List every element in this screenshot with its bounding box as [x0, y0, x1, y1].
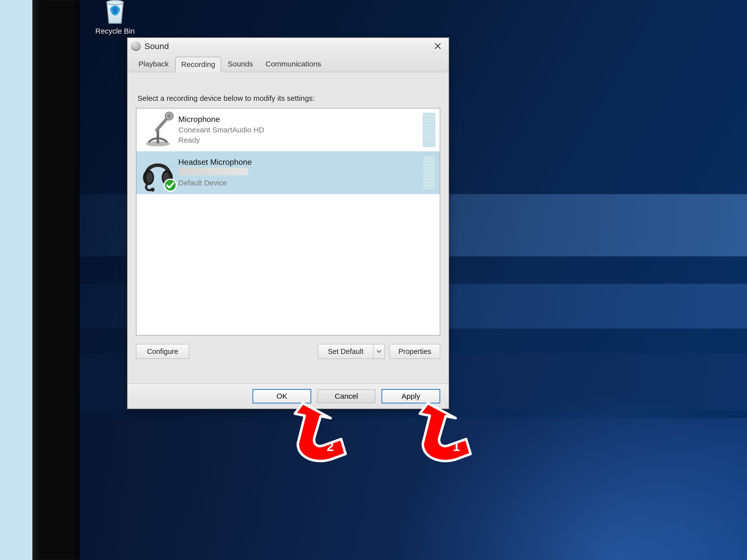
tab-communications[interactable]: Communications — [259, 56, 327, 72]
dialog-title: Sound — [145, 41, 169, 51]
microphone-icon — [139, 111, 177, 149]
ok-button[interactable]: OK — [253, 389, 311, 403]
close-button[interactable] — [430, 40, 445, 52]
default-check-badge-icon — [163, 178, 177, 192]
device-row-microphone[interactable]: Microphone Conexant SmartAudio HD Ready — [136, 108, 440, 151]
cancel-button[interactable]: Cancel — [317, 389, 376, 403]
tab-panel-recording: Select a recording device below to modif… — [136, 92, 440, 364]
device-row-headset-microphone[interactable]: Headset Microphone Default Device — [136, 151, 440, 194]
recycle-bin-icon — [101, 0, 129, 25]
close-icon — [434, 43, 441, 50]
device-status: Ready — [178, 135, 423, 145]
svg-point-9 — [147, 172, 152, 183]
desktop-icon-label: Recycle Bin — [93, 27, 137, 35]
properties-button[interactable]: Properties — [389, 344, 440, 359]
headset-icon — [139, 154, 177, 192]
configure-button[interactable]: Configure — [136, 344, 189, 359]
device-driver-obscured — [178, 168, 248, 175]
titlebar[interactable]: Sound — [128, 38, 449, 54]
device-name: Microphone — [178, 115, 423, 124]
tab-strip: Playback Recording Sounds Communications — [128, 54, 449, 72]
monitor-bezel — [32, 0, 80, 560]
tab-playback[interactable]: Playback — [132, 56, 175, 72]
windows-desktop: Recycle Bin Sound Playback Recording Sou… — [80, 0, 747, 560]
photo-background-left — [0, 0, 32, 560]
dialog-footer: OK Cancel Apply — [128, 383, 449, 409]
tab-recording[interactable]: Recording — [175, 57, 221, 72]
tab-sounds[interactable]: Sounds — [222, 56, 259, 72]
level-meter — [423, 113, 435, 147]
desktop-icon-recycle-bin[interactable]: Recycle Bin — [93, 0, 137, 35]
level-meter — [423, 156, 435, 190]
svg-point-11 — [151, 188, 155, 192]
svg-point-12 — [164, 179, 176, 191]
set-default-button[interactable]: Set Default — [318, 344, 373, 359]
set-default-split-button[interactable]: Set Default — [318, 344, 385, 359]
set-default-dropdown[interactable] — [373, 344, 385, 359]
svg-point-0 — [107, 0, 124, 5]
svg-point-6 — [167, 114, 171, 118]
sound-dialog: Sound Playback Recording Sounds Communic… — [127, 37, 449, 409]
device-name: Headset Microphone — [178, 158, 423, 167]
apply-button[interactable]: Apply — [382, 389, 440, 403]
device-driver: Conexant SmartAudio HD — [178, 125, 423, 135]
device-status: Default Device — [178, 178, 423, 188]
wallpaper-streak — [80, 418, 747, 560]
panel-hint: Select a recording device below to modif… — [137, 94, 440, 103]
chevron-down-icon — [377, 350, 382, 353]
device-listbox[interactable]: Microphone Conexant SmartAudio HD Ready — [136, 108, 440, 336]
sound-dialog-icon — [131, 41, 141, 51]
